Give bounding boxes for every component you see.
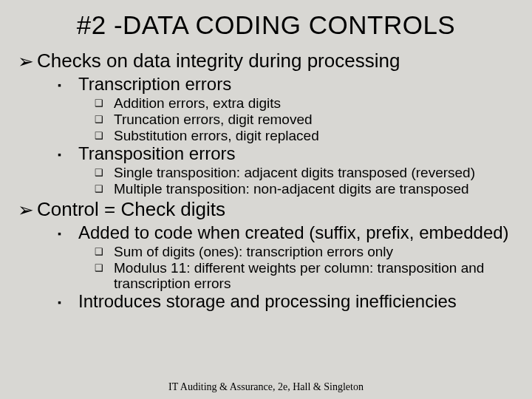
bullet-level2: ▪ Added to code when created (suffix, pr… bbox=[58, 223, 517, 244]
slide-footer: IT Auditing & Assurance, 2e, Hall & Sing… bbox=[0, 381, 532, 393]
text: Modulus 11: different weights per column… bbox=[114, 260, 517, 292]
text: Truncation errors, digit removed bbox=[114, 112, 517, 127]
text: Multiple transposition: non-adjacent dig… bbox=[114, 181, 517, 197]
text: Substitution errors, digit replaced bbox=[114, 128, 517, 143]
text: Sum of digits (ones): transcription erro… bbox=[114, 244, 517, 259]
bullet-level3: ❑ Sum of digits (ones): transcription er… bbox=[95, 244, 517, 260]
bullet-level1: ➢ Checks on data integrity during proces… bbox=[18, 50, 517, 73]
hollow-square-bullet-icon: ❑ bbox=[95, 165, 114, 181]
hollow-square-bullet-icon: ❑ bbox=[95, 244, 114, 260]
text: Transposition errors bbox=[78, 144, 517, 164]
slide-title: #2 -DATA CODING CONTROLS bbox=[15, 10, 517, 40]
bullet-level2: ▪ Transposition errors bbox=[58, 144, 517, 165]
hollow-square-bullet-icon: ❑ bbox=[95, 112, 114, 128]
hollow-square-bullet-icon: ❑ bbox=[95, 181, 114, 197]
bullet-level3: ❑ Multiple transposition: non-adjacent d… bbox=[95, 181, 517, 197]
hollow-square-bullet-icon: ❑ bbox=[95, 260, 114, 276]
bullet-level1: ➢ Control = Check digits bbox=[18, 199, 517, 222]
bullet-level3: ❑ Addition errors, extra digits bbox=[95, 95, 517, 112]
slide: #2 -DATA CODING CONTROLS ➢ Checks on dat… bbox=[0, 0, 532, 399]
bullet-level2: ▪ Introduces storage and processing inef… bbox=[58, 292, 517, 313]
square-bullet-icon: ▪ bbox=[58, 75, 78, 95]
hollow-square-bullet-icon: ❑ bbox=[95, 128, 114, 144]
bullet-level3: ❑ Truncation errors, digit removed bbox=[95, 112, 517, 128]
bullet-level3: ❑ Modulus 11: different weights per colu… bbox=[95, 260, 517, 292]
square-bullet-icon: ▪ bbox=[58, 292, 78, 313]
bullet-level2: ▪ Transcription errors bbox=[58, 75, 517, 95]
bullet-level3: ❑ Substitution errors, digit replaced bbox=[95, 128, 517, 144]
text: Single transposition: adjacent digits tr… bbox=[114, 165, 517, 180]
text: Added to code when created (suffix, pref… bbox=[78, 223, 517, 243]
square-bullet-icon: ▪ bbox=[58, 223, 78, 244]
text: Transcription errors bbox=[78, 75, 517, 95]
square-bullet-icon: ▪ bbox=[58, 144, 78, 165]
bullet-level3: ❑ Single transposition: adjacent digits … bbox=[95, 165, 517, 181]
arrow-bullet-icon: ➢ bbox=[18, 50, 37, 73]
text: Addition errors, extra digits bbox=[114, 95, 517, 111]
text: Introduces storage and processing ineffi… bbox=[78, 292, 517, 312]
text: Control = Check digits bbox=[37, 199, 517, 220]
hollow-square-bullet-icon: ❑ bbox=[95, 95, 114, 112]
arrow-bullet-icon: ➢ bbox=[18, 199, 37, 222]
text: Checks on data integrity during processi… bbox=[37, 50, 517, 72]
